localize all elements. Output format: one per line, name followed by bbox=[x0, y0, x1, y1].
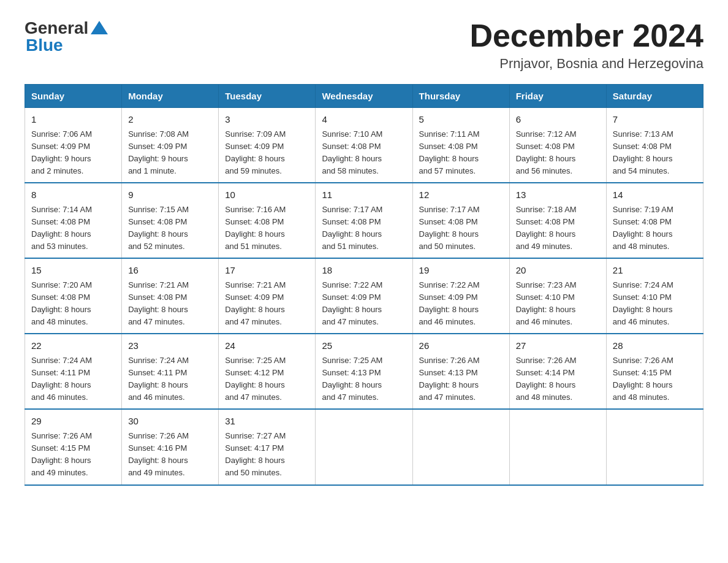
day-cell: 5Sunrise: 7:11 AM Sunset: 4:08 PM Daylig… bbox=[412, 108, 509, 183]
day-cell: 7Sunrise: 7:13 AM Sunset: 4:08 PM Daylig… bbox=[606, 108, 703, 183]
day-info: Sunrise: 7:21 AM Sunset: 4:09 PM Dayligh… bbox=[225, 280, 286, 326]
day-info: Sunrise: 7:26 AM Sunset: 4:14 PM Dayligh… bbox=[516, 356, 577, 402]
header-tuesday: Tuesday bbox=[219, 85, 316, 108]
day-number: 13 bbox=[516, 188, 600, 202]
day-cell: 8Sunrise: 7:14 AM Sunset: 4:08 PM Daylig… bbox=[25, 183, 122, 258]
day-cell: 19Sunrise: 7:22 AM Sunset: 4:09 PM Dayli… bbox=[412, 258, 509, 334]
day-info: Sunrise: 7:19 AM Sunset: 4:08 PM Dayligh… bbox=[613, 205, 673, 251]
day-info: Sunrise: 7:13 AM Sunset: 4:08 PM Dayligh… bbox=[613, 129, 673, 175]
day-info: Sunrise: 7:26 AM Sunset: 4:15 PM Dayligh… bbox=[31, 431, 92, 477]
day-cell: 4Sunrise: 7:10 AM Sunset: 4:08 PM Daylig… bbox=[316, 108, 412, 183]
day-number: 30 bbox=[128, 415, 212, 429]
day-number: 18 bbox=[322, 264, 406, 278]
day-info: Sunrise: 7:23 AM Sunset: 4:10 PM Dayligh… bbox=[516, 280, 577, 326]
day-info: Sunrise: 7:24 AM Sunset: 4:11 PM Dayligh… bbox=[128, 356, 189, 402]
day-cell bbox=[509, 409, 606, 484]
day-number: 25 bbox=[322, 339, 406, 353]
day-number: 21 bbox=[613, 264, 697, 278]
week-row-1: 1Sunrise: 7:06 AM Sunset: 4:09 PM Daylig… bbox=[25, 108, 703, 183]
title-block: December 2024 Prnjavor, Bosnia and Herze… bbox=[469, 18, 703, 72]
day-info: Sunrise: 7:14 AM Sunset: 4:08 PM Dayligh… bbox=[31, 205, 92, 251]
day-number: 1 bbox=[31, 113, 115, 127]
day-info: Sunrise: 7:20 AM Sunset: 4:08 PM Dayligh… bbox=[31, 280, 92, 326]
week-row-5: 29Sunrise: 7:26 AM Sunset: 4:15 PM Dayli… bbox=[25, 409, 703, 484]
day-number: 9 bbox=[128, 188, 212, 202]
day-info: Sunrise: 7:25 AM Sunset: 4:13 PM Dayligh… bbox=[322, 356, 382, 402]
day-info: Sunrise: 7:25 AM Sunset: 4:12 PM Dayligh… bbox=[225, 356, 286, 402]
day-number: 8 bbox=[31, 188, 115, 202]
day-info: Sunrise: 7:24 AM Sunset: 4:11 PM Dayligh… bbox=[31, 356, 92, 402]
day-cell: 18Sunrise: 7:22 AM Sunset: 4:09 PM Dayli… bbox=[316, 258, 412, 334]
day-number: 26 bbox=[419, 339, 503, 353]
day-number: 15 bbox=[31, 264, 115, 278]
day-cell: 20Sunrise: 7:23 AM Sunset: 4:10 PM Dayli… bbox=[509, 258, 606, 334]
day-info: Sunrise: 7:17 AM Sunset: 4:08 PM Dayligh… bbox=[322, 205, 382, 251]
day-number: 2 bbox=[128, 113, 212, 127]
day-cell: 27Sunrise: 7:26 AM Sunset: 4:14 PM Dayli… bbox=[509, 334, 606, 409]
day-info: Sunrise: 7:21 AM Sunset: 4:08 PM Dayligh… bbox=[128, 280, 189, 326]
week-row-4: 22Sunrise: 7:24 AM Sunset: 4:11 PM Dayli… bbox=[25, 334, 703, 409]
day-number: 22 bbox=[31, 339, 115, 353]
day-cell bbox=[316, 409, 412, 484]
day-info: Sunrise: 7:27 AM Sunset: 4:17 PM Dayligh… bbox=[225, 431, 286, 477]
day-cell: 11Sunrise: 7:17 AM Sunset: 4:08 PM Dayli… bbox=[316, 183, 412, 258]
logo: General Blue bbox=[25, 18, 108, 55]
day-info: Sunrise: 7:26 AM Sunset: 4:13 PM Dayligh… bbox=[419, 356, 480, 402]
day-number: 20 bbox=[516, 264, 600, 278]
day-info: Sunrise: 7:22 AM Sunset: 4:09 PM Dayligh… bbox=[419, 280, 480, 326]
day-cell: 9Sunrise: 7:15 AM Sunset: 4:08 PM Daylig… bbox=[122, 183, 219, 258]
day-info: Sunrise: 7:26 AM Sunset: 4:15 PM Dayligh… bbox=[613, 356, 673, 402]
page-header: General Blue December 2024 Prnjavor, Bos… bbox=[25, 18, 703, 72]
day-number: 27 bbox=[516, 339, 600, 353]
header-monday: Monday bbox=[122, 85, 219, 108]
day-cell: 10Sunrise: 7:16 AM Sunset: 4:08 PM Dayli… bbox=[219, 183, 316, 258]
day-info: Sunrise: 7:24 AM Sunset: 4:10 PM Dayligh… bbox=[613, 280, 673, 326]
logo-blue-text: Blue bbox=[26, 36, 63, 55]
day-number: 5 bbox=[419, 113, 503, 127]
day-cell: 16Sunrise: 7:21 AM Sunset: 4:08 PM Dayli… bbox=[122, 258, 219, 334]
day-number: 10 bbox=[225, 188, 309, 202]
header-saturday: Saturday bbox=[606, 85, 703, 108]
day-number: 3 bbox=[225, 113, 309, 127]
calendar-table: SundayMondayTuesdayWednesdayThursdayFrid… bbox=[25, 84, 703, 485]
day-info: Sunrise: 7:11 AM Sunset: 4:08 PM Dayligh… bbox=[419, 129, 480, 175]
day-cell: 28Sunrise: 7:26 AM Sunset: 4:15 PM Dayli… bbox=[606, 334, 703, 409]
day-info: Sunrise: 7:26 AM Sunset: 4:16 PM Dayligh… bbox=[128, 431, 189, 477]
day-number: 31 bbox=[225, 415, 309, 429]
day-info: Sunrise: 7:12 AM Sunset: 4:08 PM Dayligh… bbox=[516, 129, 577, 175]
day-cell: 15Sunrise: 7:20 AM Sunset: 4:08 PM Dayli… bbox=[25, 258, 122, 334]
day-info: Sunrise: 7:16 AM Sunset: 4:08 PM Dayligh… bbox=[225, 205, 286, 251]
header-wednesday: Wednesday bbox=[316, 85, 412, 108]
day-info: Sunrise: 7:09 AM Sunset: 4:09 PM Dayligh… bbox=[225, 129, 286, 175]
day-cell: 25Sunrise: 7:25 AM Sunset: 4:13 PM Dayli… bbox=[316, 334, 412, 409]
logo-triangle-icon bbox=[91, 21, 108, 34]
day-cell bbox=[412, 409, 509, 484]
day-cell: 6Sunrise: 7:12 AM Sunset: 4:08 PM Daylig… bbox=[509, 108, 606, 183]
day-info: Sunrise: 7:15 AM Sunset: 4:08 PM Dayligh… bbox=[128, 205, 189, 251]
day-number: 14 bbox=[613, 188, 697, 202]
day-number: 28 bbox=[613, 339, 697, 353]
day-cell: 1Sunrise: 7:06 AM Sunset: 4:09 PM Daylig… bbox=[25, 108, 122, 183]
day-cell: 3Sunrise: 7:09 AM Sunset: 4:09 PM Daylig… bbox=[219, 108, 316, 183]
day-cell: 14Sunrise: 7:19 AM Sunset: 4:08 PM Dayli… bbox=[606, 183, 703, 258]
day-number: 6 bbox=[516, 113, 600, 127]
day-cell bbox=[606, 409, 703, 484]
day-cell: 26Sunrise: 7:26 AM Sunset: 4:13 PM Dayli… bbox=[412, 334, 509, 409]
main-title: December 2024 bbox=[469, 18, 703, 53]
week-row-3: 15Sunrise: 7:20 AM Sunset: 4:08 PM Dayli… bbox=[25, 258, 703, 334]
day-cell: 2Sunrise: 7:08 AM Sunset: 4:09 PM Daylig… bbox=[122, 108, 219, 183]
day-cell: 23Sunrise: 7:24 AM Sunset: 4:11 PM Dayli… bbox=[122, 334, 219, 409]
header-friday: Friday bbox=[509, 85, 606, 108]
day-info: Sunrise: 7:06 AM Sunset: 4:09 PM Dayligh… bbox=[31, 129, 92, 175]
day-number: 4 bbox=[322, 113, 406, 127]
day-cell: 29Sunrise: 7:26 AM Sunset: 4:15 PM Dayli… bbox=[25, 409, 122, 484]
calendar-header-row: SundayMondayTuesdayWednesdayThursdayFrid… bbox=[25, 85, 703, 108]
day-info: Sunrise: 7:10 AM Sunset: 4:08 PM Dayligh… bbox=[322, 129, 382, 175]
day-cell: 30Sunrise: 7:26 AM Sunset: 4:16 PM Dayli… bbox=[122, 409, 219, 484]
day-number: 16 bbox=[128, 264, 212, 278]
day-cell: 22Sunrise: 7:24 AM Sunset: 4:11 PM Dayli… bbox=[25, 334, 122, 409]
day-cell: 17Sunrise: 7:21 AM Sunset: 4:09 PM Dayli… bbox=[219, 258, 316, 334]
day-info: Sunrise: 7:08 AM Sunset: 4:09 PM Dayligh… bbox=[128, 129, 189, 175]
day-number: 29 bbox=[31, 415, 115, 429]
week-row-2: 8Sunrise: 7:14 AM Sunset: 4:08 PM Daylig… bbox=[25, 183, 703, 258]
